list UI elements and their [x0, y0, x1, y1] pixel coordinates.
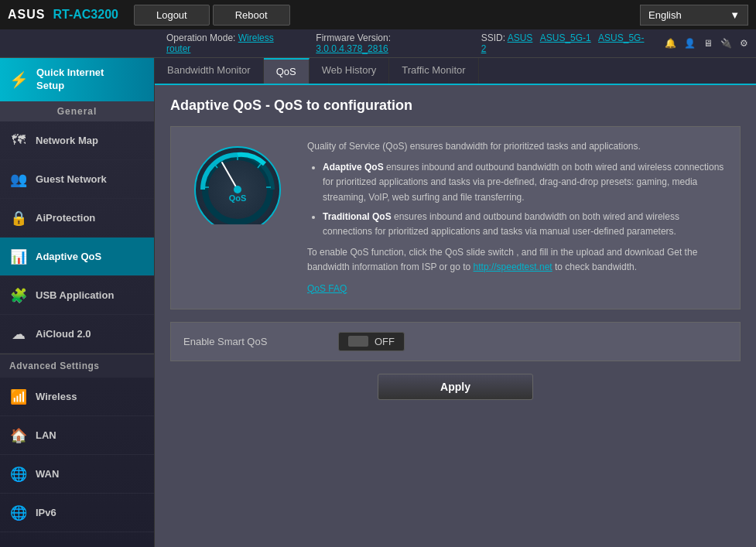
tab-bandwidth-monitor[interactable]: Bandwidth Monitor — [155, 58, 264, 84]
guest-network-icon: 👥 — [9, 171, 28, 188]
notification-icon[interactable]: 🔔 — [665, 38, 676, 49]
quick-setup-icon: ⚡ — [9, 70, 29, 89]
adaptive-qos-text: ensures inbound and outbound bandwidth o… — [323, 162, 724, 202]
gauge-svg: QoS — [187, 139, 288, 224]
sidebar-item-wan[interactable]: 🌐 WAN — [0, 455, 154, 494]
logo-model: RT-AC3200 — [53, 8, 118, 22]
qos-enable-row: Enable Smart QoS OFF — [170, 322, 741, 361]
tabs-bar: Bandwidth Monitor QoS Web History Traffi… — [155, 58, 756, 85]
tab-traffic-monitor[interactable]: Traffic Monitor — [389, 58, 478, 84]
reboot-button[interactable]: Reboot — [213, 5, 290, 26]
main-layout: ⚡ Quick InternetSetup General 🗺 Network … — [0, 58, 756, 547]
svg-point-3 — [234, 186, 241, 193]
aiprotection-icon: 🔒 — [9, 210, 28, 227]
apply-btn-row: Apply — [170, 374, 741, 400]
aicloud-icon: ☁ — [9, 326, 28, 343]
header-icons: 🔔 👤 🖥 🔌 ⚙ — [665, 38, 748, 49]
smart-qos-toggle[interactable]: OFF — [338, 332, 405, 351]
info-bar: Operation Mode: Wireless router Firmware… — [0, 29, 756, 58]
operation-mode-label: Operation Mode: Wireless router — [166, 32, 300, 54]
sidebar-item-network-map[interactable]: 🗺 Network Map — [0, 121, 154, 160]
traditional-qos-strong: Traditional QoS — [323, 211, 392, 222]
ipv6-label: IPv6 — [36, 507, 56, 518]
adaptive-qos-label: Adaptive QoS — [36, 251, 101, 262]
wireless-icon: 📶 — [9, 388, 28, 405]
sidebar-item-aiprotection[interactable]: 🔒 AiProtection — [0, 199, 154, 238]
sidebar: ⚡ Quick InternetSetup General 🗺 Network … — [0, 58, 155, 547]
logout-button[interactable]: Logout — [134, 5, 210, 26]
toggle-state-label: OFF — [375, 336, 395, 347]
sidebar-item-ipv6[interactable]: 🌐 IPv6 — [0, 494, 154, 532]
lan-label: LAN — [36, 429, 56, 441]
lan-icon: 🏠 — [9, 427, 28, 444]
sidebar-item-usb-application[interactable]: 🧩 USB Application — [0, 276, 154, 315]
chevron-down-icon: ▼ — [730, 9, 740, 21]
page-title: Adaptive QoS - QoS to configuration — [170, 97, 741, 114]
ssid-2[interactable]: ASUS_5G-1 — [540, 32, 591, 43]
toggle-knob — [348, 336, 368, 347]
wan-label: WAN — [36, 468, 59, 480]
main-content: Bandwidth Monitor QoS Web History Traffi… — [155, 58, 756, 547]
qos-description: Quality of Service (QoS) ensures bandwid… — [307, 139, 727, 296]
apply-button[interactable]: Apply — [378, 374, 533, 400]
general-section-label: General — [0, 101, 154, 121]
sidebar-item-adaptive-qos[interactable]: 📊 Adaptive QoS — [0, 238, 154, 276]
sidebar-item-aicloud[interactable]: ☁ AiCloud 2.0 — [0, 315, 154, 354]
advanced-settings-label: Advanced Settings — [0, 354, 154, 378]
enable-smart-qos-label: Enable Smart QoS — [183, 336, 323, 347]
qos-bullet-adaptive: Adaptive QoS ensures inbound and outboun… — [323, 160, 727, 205]
adaptive-qos-strong: Adaptive QoS — [323, 162, 384, 173]
firmware-value[interactable]: 3.0.0.4.378_2816 — [316, 43, 388, 54]
usb-icon[interactable]: 🔌 — [720, 38, 732, 49]
language-selector[interactable]: English ▼ — [640, 5, 748, 26]
usb-application-icon: 🧩 — [9, 287, 28, 304]
ssid-label: SSID: ASUS ASUS_5G-1 ASUS_5G-2 — [481, 32, 649, 54]
usb-application-label: USB Application — [36, 289, 114, 301]
firmware-label: Firmware Version: 3.0.0.4.378_2816 — [316, 32, 465, 54]
enable-instruction: To enable QoS function, click the QoS sl… — [307, 245, 727, 275]
adaptive-qos-icon: 📊 — [9, 248, 28, 265]
user-icon[interactable]: 👤 — [684, 38, 696, 49]
sidebar-item-lan[interactable]: 🏠 LAN — [0, 416, 154, 455]
quick-setup-label: Quick InternetSetup — [36, 67, 104, 93]
tab-qos[interactable]: QoS — [264, 58, 310, 84]
logo-asus: ASUS — [8, 8, 45, 22]
qos-bullet-traditional: Traditional QoS ensures inbound and outb… — [323, 210, 727, 239]
qos-bullets: Adaptive QoS ensures inbound and outboun… — [307, 160, 727, 239]
qos-info-box: QoS Quality of Service (QoS) ensures ban… — [170, 126, 741, 309]
aicloud-label: AiCloud 2.0 — [36, 328, 91, 340]
svg-text:QoS: QoS — [229, 193, 247, 203]
qos-intro: Quality of Service (QoS) ensures bandwid… — [307, 139, 727, 154]
network-map-icon: 🗺 — [9, 132, 28, 149]
ssid-1[interactable]: ASUS — [508, 32, 533, 43]
quick-internet-setup[interactable]: ⚡ Quick InternetSetup — [0, 58, 154, 101]
speedtest-link[interactable]: http://speedtest.net — [474, 262, 552, 272]
wan-icon: 🌐 — [9, 466, 28, 483]
top-bar: ASUS RT-AC3200 Logout Reboot English ▼ — [0, 0, 756, 29]
settings-icon[interactable]: ⚙ — [740, 38, 748, 49]
network-map-label: Network Map — [36, 135, 98, 146]
wireless-label: Wireless — [36, 391, 77, 402]
monitor-icon[interactable]: 🖥 — [703, 38, 713, 49]
logo-area: ASUS RT-AC3200 — [8, 8, 118, 22]
content-area: Adaptive QoS - QoS to configuration — [155, 85, 756, 547]
qos-faq-link[interactable]: QoS FAQ — [307, 283, 347, 294]
aiprotection-label: AiProtection — [36, 212, 95, 224]
qos-gauge: QoS — [183, 139, 292, 224]
tab-web-history[interactable]: Web History — [310, 58, 390, 84]
guest-network-label: Guest Network — [36, 173, 107, 185]
ipv6-icon: 🌐 — [9, 504, 28, 521]
sidebar-item-wireless[interactable]: 📶 Wireless — [0, 378, 154, 416]
sidebar-item-guest-network[interactable]: 👥 Guest Network — [0, 160, 154, 199]
